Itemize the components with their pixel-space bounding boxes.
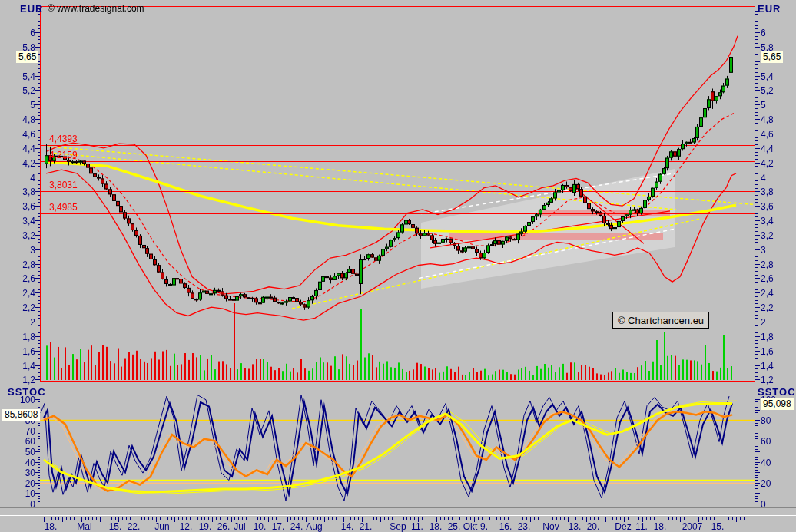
axis-tick-label: 2: [6, 317, 35, 328]
axis-tick-label: 1,2: [6, 375, 35, 385]
axis-tick-label: 25.: [448, 521, 461, 532]
axis-tick-label: 1,4: [761, 361, 774, 372]
axis-tick-label: 6: [761, 28, 766, 38]
axis-tick-label: 21.: [360, 521, 373, 532]
axis-tick-label: 60: [6, 436, 35, 447]
axis-tick-label: 70: [6, 426, 35, 437]
axis-tick-label: 2007: [682, 521, 703, 532]
axis-tick-label: 11.: [411, 521, 423, 532]
axis-tick-label: 23.: [518, 521, 531, 532]
axis-tick-label: 2,4: [6, 288, 35, 299]
axis-tick-label: 5,4: [761, 71, 774, 82]
axis-tick-label: 3: [6, 245, 35, 256]
tradesignal-chart-window: { "header": { "copyright": "© www.trades…: [0, 0, 796, 532]
axis-tick-label: 1,4: [6, 361, 35, 372]
axis-tick-label: 3,8: [6, 187, 35, 197]
axis-tick-label: 12.: [180, 521, 193, 532]
sstoc-last-badge-left: 85,8608: [2, 409, 40, 421]
axis-tick-label: 3,2: [761, 230, 774, 241]
price-level-label: 4,2159: [49, 150, 78, 160]
axis-tick-label: Mai: [77, 521, 91, 532]
sstoc-axis-title-right: SSTOC: [758, 387, 796, 397]
axis-tick-label: 22.: [128, 521, 141, 532]
axis-tick-label: 2,6: [6, 273, 35, 284]
axis-tick-label: 18.: [430, 521, 443, 532]
axis-tick-label: 30: [6, 468, 35, 478]
axis-tick-label: 10.: [254, 521, 267, 532]
axis-tick-label: 3,4: [6, 216, 35, 226]
axis-tick-label: 15.: [711, 521, 725, 532]
axis-tick-label: 0: [761, 499, 766, 510]
axis-tick-label: 80: [761, 415, 771, 426]
last-price-badge-right: 5,65: [761, 51, 783, 63]
axis-tick-label: 4,6: [6, 129, 35, 140]
axis-tick-label: 13.: [569, 521, 582, 532]
axis-tick-label: Aug: [306, 521, 322, 532]
axis-tick-label: 26.: [217, 521, 231, 532]
axis-tick-label: 4: [6, 173, 35, 183]
axis-tick-label: 16.: [499, 521, 512, 532]
axis-tick-label: 10: [6, 488, 35, 499]
price-axis-title-right: EUR: [758, 4, 781, 14]
price-level-label: 3,8031: [49, 180, 78, 190]
axis-tick-label: 1,6: [6, 346, 35, 357]
axis-tick-label: 40: [6, 458, 35, 468]
axis-tick-label: 4: [761, 173, 766, 183]
axis-tick-label: 4,4: [6, 144, 35, 154]
axis-tick-label: Nov: [542, 521, 559, 532]
axis-tick-label: 3,2: [6, 230, 35, 241]
axis-tick-label: 3,8: [761, 187, 774, 197]
axis-tick-label: 3,6: [6, 201, 35, 212]
axis-tick-label: Jun: [154, 521, 169, 532]
axis-tick-label: Okt: [463, 521, 478, 532]
axis-tick-label: 11.: [635, 521, 648, 532]
axis-tick-label: Dez: [615, 521, 631, 532]
chartchancen-watermark-box: © Chartchancen.eu: [612, 312, 709, 329]
tradesignal-copyright: © www.tradesignal.com: [48, 4, 144, 13]
chartchancen-watermark-text: © Chartchancen.eu: [618, 315, 704, 326]
axis-tick-label: 5: [761, 100, 766, 111]
axis-tick-label: 1,2: [761, 375, 774, 385]
sstoc-axis-title-left: SSTOC: [8, 387, 46, 397]
axis-tick-label: 1,6: [761, 346, 774, 357]
axis-tick-label: 5,4: [6, 71, 35, 82]
axis-tick-label: 3,6: [761, 201, 774, 212]
axis-tick-label: 0: [6, 499, 35, 510]
axis-tick-label: 6: [6, 28, 35, 38]
axis-tick-label: 4,8: [761, 114, 774, 125]
axis-tick-label: 2,6: [761, 273, 774, 284]
axis-tick-label: 4,2: [6, 158, 35, 169]
axis-tick-label: 2,4: [761, 288, 774, 299]
axis-tick-label: 50: [6, 447, 35, 458]
axis-tick-label: 14.: [341, 521, 354, 532]
axis-tick-label: 40: [761, 458, 771, 468]
axis-tick-label: 5: [6, 100, 35, 111]
price-level-label: 3,4985: [49, 202, 78, 213]
axis-tick-label: Jul: [234, 521, 245, 532]
axis-tick-label: 17.: [272, 521, 285, 532]
last-price-badge-left: 5,65: [16, 51, 38, 63]
axis-tick-label: 20: [761, 478, 771, 489]
price-chart-canvas[interactable]: [0, 0, 796, 532]
price-axis-title-left: EUR: [20, 4, 43, 14]
axis-tick-label: 2,8: [6, 259, 35, 270]
axis-tick-label: 20: [6, 478, 35, 489]
axis-tick-label: 2: [761, 317, 766, 328]
axis-tick-label: 19.: [199, 521, 212, 532]
axis-tick-label: 18.: [654, 521, 667, 532]
axis-tick-label: 9.: [480, 521, 488, 532]
axis-tick-label: 4,8: [6, 114, 35, 125]
sstoc-last-badge-right: 95,098: [761, 398, 794, 410]
axis-tick-label: 3,4: [761, 216, 774, 226]
axis-tick-label: Sep: [390, 521, 406, 532]
axis-tick-label: 1,8: [761, 332, 774, 342]
axis-tick-label: 4,4: [761, 144, 774, 154]
axis-tick-label: 2,2: [761, 302, 774, 313]
axis-tick-label: 15.: [109, 521, 122, 532]
axis-tick-label: 2,8: [761, 259, 774, 270]
axis-tick-label: 24.: [290, 521, 303, 532]
axis-tick-label: 5,2: [6, 85, 35, 96]
axis-tick-label: 1,8: [6, 332, 35, 342]
axis-tick-label: 20.: [587, 521, 600, 532]
axis-tick-label: 3: [761, 245, 766, 256]
